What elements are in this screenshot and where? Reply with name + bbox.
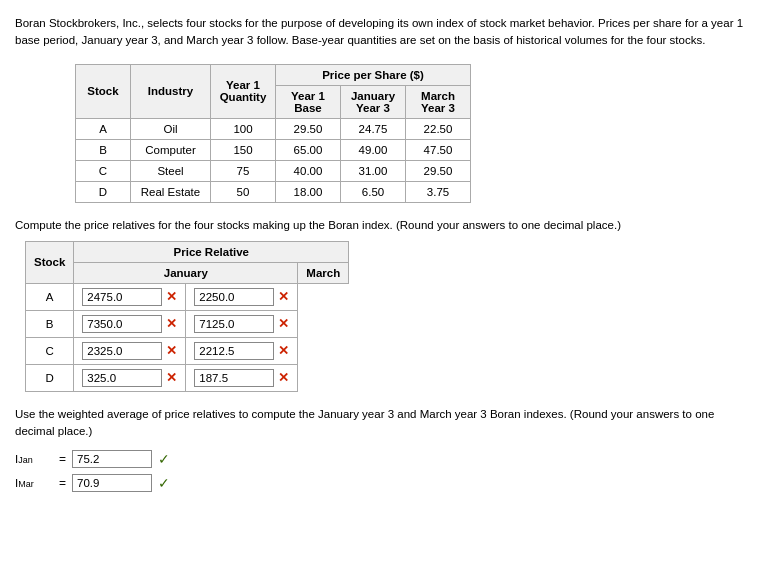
cell-mar: 22.50	[406, 118, 471, 139]
pr-cell-jan-input: ✕	[74, 310, 186, 337]
pr-cell-mar-input: ✕	[186, 364, 298, 391]
cell-qty: 50	[211, 181, 276, 202]
cell-year1: 18.00	[276, 181, 341, 202]
pr-cell-stock: C	[26, 337, 74, 364]
mar-sub: Mar	[18, 479, 34, 489]
mar-check-icon: ✓	[158, 475, 170, 491]
cell-industry: Steel	[131, 160, 211, 181]
pr-table-row: D ✕ ✕	[26, 364, 349, 391]
pr-table-row: A ✕ ✕	[26, 283, 349, 310]
pr-cell-jan-input: ✕	[74, 364, 186, 391]
jan-index-row: IJan = ✓	[15, 450, 766, 468]
jan-eq-sign: =	[59, 452, 66, 466]
pr-jan-clear-icon[interactable]: ✕	[166, 370, 177, 385]
cell-stock: D	[76, 181, 131, 202]
main-data-table: Stock Industry Year 1Quantity Price per …	[75, 64, 471, 203]
pr-jan-header: January	[74, 262, 298, 283]
cell-jan: 24.75	[341, 118, 406, 139]
cell-industry: Oil	[131, 118, 211, 139]
jan-index-input[interactable]	[72, 450, 152, 468]
cell-jan: 49.00	[341, 139, 406, 160]
cell-year1: 29.50	[276, 118, 341, 139]
industry-header: Industry	[131, 64, 211, 118]
main-table-row: D Real Estate 50 18.00 6.50 3.75	[76, 181, 471, 202]
pr-table-row: B ✕ ✕	[26, 310, 349, 337]
main-table-row: B Computer 150 65.00 49.00 47.50	[76, 139, 471, 160]
cell-industry: Real Estate	[131, 181, 211, 202]
cell-mar: 3.75	[406, 181, 471, 202]
pr-jan-input[interactable]	[82, 315, 162, 333]
intro-text: Boran Stockbrokers, Inc., selects four s…	[15, 15, 755, 50]
cell-qty: 100	[211, 118, 276, 139]
cell-stock: C	[76, 160, 131, 181]
pr-mar-input[interactable]	[194, 288, 274, 306]
pr-jan-clear-icon[interactable]: ✕	[166, 316, 177, 331]
cell-year1: 65.00	[276, 139, 341, 160]
pr-jan-input[interactable]	[82, 342, 162, 360]
pr-mar-clear-icon[interactable]: ✕	[278, 343, 289, 358]
pr-header: Price Relative	[74, 241, 349, 262]
pr-cell-stock: B	[26, 310, 74, 337]
cell-industry: Computer	[131, 139, 211, 160]
mar-eq-sign: =	[59, 476, 66, 490]
jan-sub: Jan	[18, 455, 33, 465]
cell-stock: A	[76, 118, 131, 139]
pr-table-row: C ✕ ✕	[26, 337, 349, 364]
weighted-text: Use the weighted average of price relati…	[15, 406, 755, 441]
mar-year3-header: MarchYear 3	[406, 85, 471, 118]
qty-header: Year 1Quantity	[211, 64, 276, 118]
pr-table-wrapper: Stock Price Relative January March A ✕ ✕	[25, 241, 766, 392]
cell-mar: 29.50	[406, 160, 471, 181]
year1-base-header: Year 1Base	[276, 85, 341, 118]
mar-index-label: IMar	[15, 477, 55, 489]
compute-text: Compute the price relatives for the four…	[15, 219, 755, 231]
pr-jan-input[interactable]	[82, 369, 162, 387]
mar-index-row: IMar = ✓	[15, 474, 766, 492]
pr-mar-clear-icon[interactable]: ✕	[278, 370, 289, 385]
pr-mar-input[interactable]	[194, 315, 274, 333]
pr-mar-clear-icon[interactable]: ✕	[278, 289, 289, 304]
pr-mar-clear-icon[interactable]: ✕	[278, 316, 289, 331]
jan-index-label: IJan	[15, 453, 55, 465]
pr-jan-clear-icon[interactable]: ✕	[166, 343, 177, 358]
pr-mar-input[interactable]	[194, 369, 274, 387]
stock-header: Stock	[76, 64, 131, 118]
cell-qty: 75	[211, 160, 276, 181]
main-table-wrapper: Stock Industry Year 1Quantity Price per …	[75, 64, 766, 203]
main-table-row: A Oil 100 29.50 24.75 22.50	[76, 118, 471, 139]
pr-cell-jan-input: ✕	[74, 283, 186, 310]
cell-stock: B	[76, 139, 131, 160]
pr-stock-header: Stock	[26, 241, 74, 283]
pr-jan-clear-icon[interactable]: ✕	[166, 289, 177, 304]
pr-cell-mar-input: ✕	[186, 310, 298, 337]
pr-cell-jan-input: ✕	[74, 337, 186, 364]
cell-mar: 47.50	[406, 139, 471, 160]
pr-cell-stock: A	[26, 283, 74, 310]
pr-cell-mar-input: ✕	[186, 283, 298, 310]
pr-mar-header: March	[298, 262, 349, 283]
main-table-row: C Steel 75 40.00 31.00 29.50	[76, 160, 471, 181]
cell-year1: 40.00	[276, 160, 341, 181]
pr-cell-mar-input: ✕	[186, 337, 298, 364]
pr-cell-stock: D	[26, 364, 74, 391]
price-relative-table: Stock Price Relative January March A ✕ ✕	[25, 241, 349, 392]
pr-mar-input[interactable]	[194, 342, 274, 360]
price-per-share-header: Price per Share ($)	[276, 64, 471, 85]
jan-check-icon: ✓	[158, 451, 170, 467]
cell-jan: 6.50	[341, 181, 406, 202]
pr-jan-input[interactable]	[82, 288, 162, 306]
jan-year3-header: JanuaryYear 3	[341, 85, 406, 118]
cell-jan: 31.00	[341, 160, 406, 181]
mar-index-input[interactable]	[72, 474, 152, 492]
cell-qty: 150	[211, 139, 276, 160]
